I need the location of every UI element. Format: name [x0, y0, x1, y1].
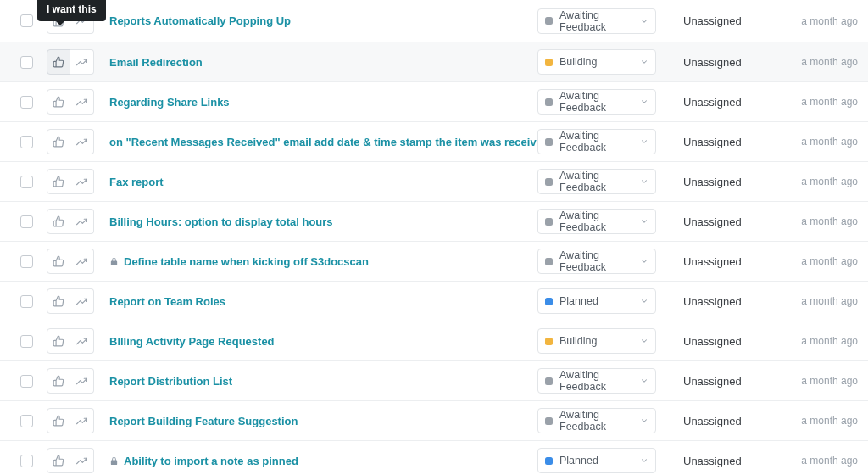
tooltip-i-want-this: I want this [37, 0, 106, 21]
status-label: Awaiting Feedback [559, 170, 648, 193]
table-row: Fax reportAwaiting FeedbackUnassigneda m… [0, 162, 868, 202]
trending-icon[interactable] [70, 288, 94, 314]
assignee-cell[interactable]: Unassigned [683, 14, 782, 27]
trending-icon[interactable] [70, 408, 94, 433]
status-select[interactable]: Awaiting Feedback [537, 249, 656, 274]
trending-icon[interactable] [70, 169, 94, 194]
thumbs-up-icon[interactable] [47, 49, 70, 75]
status-select[interactable]: Awaiting Feedback [537, 129, 656, 154]
status-select[interactable]: Awaiting Feedback [537, 169, 656, 194]
trending-icon[interactable] [70, 49, 94, 75]
chevron-down-icon [640, 377, 648, 385]
chevron-down-icon [640, 456, 648, 465]
chevron-down-icon [640, 297, 648, 305]
thumbs-up-icon[interactable] [47, 169, 70, 194]
status-select[interactable]: Planned [537, 448, 656, 473]
status-select[interactable]: Awaiting Feedback [537, 408, 656, 433]
status-select[interactable]: Awaiting Feedback [537, 368, 656, 394]
row-checkbox[interactable] [20, 335, 33, 348]
chevron-down-icon [640, 17, 648, 25]
row-checkbox[interactable] [20, 255, 33, 268]
row-title[interactable]: on "Recent Messages Received" email add … [109, 136, 537, 148]
vote-button-group [47, 288, 94, 314]
row-checkbox[interactable] [20, 455, 33, 467]
row-title[interactable]: Report Building Feature Suggestion [109, 415, 537, 428]
status-dot [545, 298, 553, 305]
status-select[interactable]: Awaiting Feedback [537, 89, 656, 115]
status-select[interactable]: Planned [537, 288, 656, 314]
row-checkbox[interactable] [20, 215, 33, 228]
assignee-cell[interactable]: Unassigned [683, 455, 782, 467]
row-title[interactable]: Email Redirection [109, 56, 537, 69]
trending-icon[interactable] [70, 328, 94, 354]
status-label: Building [559, 56, 597, 68]
chevron-down-icon [640, 416, 648, 425]
assignee-cell[interactable]: Unassigned [683, 176, 782, 188]
assignee-cell[interactable]: Unassigned [683, 136, 782, 148]
trending-icon[interactable] [70, 368, 94, 394]
time-cell: a month ago [782, 136, 858, 148]
vote-button-group [47, 249, 94, 274]
row-title[interactable]: Fax report [109, 176, 537, 188]
assignee-cell[interactable]: Unassigned [683, 335, 782, 348]
row-title[interactable]: Regarding Share Links [109, 96, 537, 109]
assignee-cell[interactable]: Unassigned [683, 415, 782, 428]
row-title[interactable]: BIlling Activity Page Requested [109, 335, 537, 348]
row-title-text: Report Distribution List [109, 375, 232, 388]
trending-icon[interactable] [70, 129, 94, 154]
chevron-down-icon [640, 98, 648, 106]
row-checkbox[interactable] [20, 136, 33, 148]
status-select[interactable]: Building [537, 328, 656, 354]
row-title[interactable]: Ability to import a note as pinned [109, 455, 537, 467]
vote-button-group [47, 129, 94, 154]
assignee-cell[interactable]: Unassigned [683, 255, 782, 268]
status-select[interactable]: Building [537, 49, 656, 75]
vote-button-group [47, 49, 94, 75]
table-row: BIlling Activity Page RequestedBuildingU… [0, 321, 868, 361]
thumbs-up-icon[interactable] [47, 209, 70, 234]
trending-icon[interactable] [70, 89, 94, 115]
table-row: I want thisReports Automatically Popping… [0, 0, 868, 42]
row-title[interactable]: Define table name when kicking off S3doc… [109, 255, 537, 268]
trending-icon[interactable] [70, 448, 94, 473]
thumbs-up-icon[interactable] [47, 129, 70, 154]
row-checkbox[interactable] [20, 96, 33, 109]
assignee-cell[interactable]: Unassigned [683, 56, 782, 69]
row-checkbox[interactable] [20, 14, 33, 27]
status-select[interactable]: Awaiting Feedback [537, 8, 656, 34]
status-dot [545, 218, 553, 226]
status-select[interactable]: Awaiting Feedback [537, 209, 656, 234]
thumbs-up-icon[interactable] [47, 288, 70, 314]
thumbs-up-icon[interactable] [47, 368, 70, 394]
lock-icon [109, 456, 119, 466]
row-title[interactable]: Reports Automatically Popping Up [109, 14, 537, 27]
thumbs-up-icon[interactable] [47, 328, 70, 354]
row-title[interactable]: Billing Hours: option to display total h… [109, 215, 537, 228]
thumbs-up-icon[interactable] [47, 249, 70, 274]
row-checkbox[interactable] [20, 375, 33, 388]
status-dot [545, 17, 553, 25]
status-dot [545, 138, 553, 146]
assignee-cell[interactable]: Unassigned [683, 96, 782, 109]
assignee-cell[interactable]: Unassigned [683, 215, 782, 228]
trending-icon[interactable] [70, 249, 94, 274]
row-checkbox[interactable] [20, 415, 33, 428]
trending-icon[interactable] [70, 209, 94, 234]
table-row: Report Building Feature SuggestionAwaiti… [0, 401, 868, 441]
row-title[interactable]: Report on Team Roles [109, 295, 537, 308]
row-title-text: BIlling Activity Page Requested [109, 335, 275, 348]
row-title[interactable]: Report Distribution List [109, 375, 537, 388]
thumbs-up-icon[interactable] [47, 89, 70, 115]
thumbs-up-icon[interactable] [47, 408, 70, 433]
row-checkbox[interactable] [20, 176, 33, 188]
chevron-down-icon [640, 58, 648, 66]
status-label: Awaiting Feedback [559, 249, 648, 273]
thumbs-up-icon[interactable] [47, 448, 70, 473]
status-dot [545, 457, 553, 465]
row-checkbox[interactable] [20, 56, 33, 69]
assignee-cell[interactable]: Unassigned [683, 375, 782, 388]
vote-button-group [47, 89, 94, 115]
assignee-cell[interactable]: Unassigned [683, 295, 782, 308]
status-dot [545, 178, 553, 186]
row-checkbox[interactable] [20, 295, 33, 308]
